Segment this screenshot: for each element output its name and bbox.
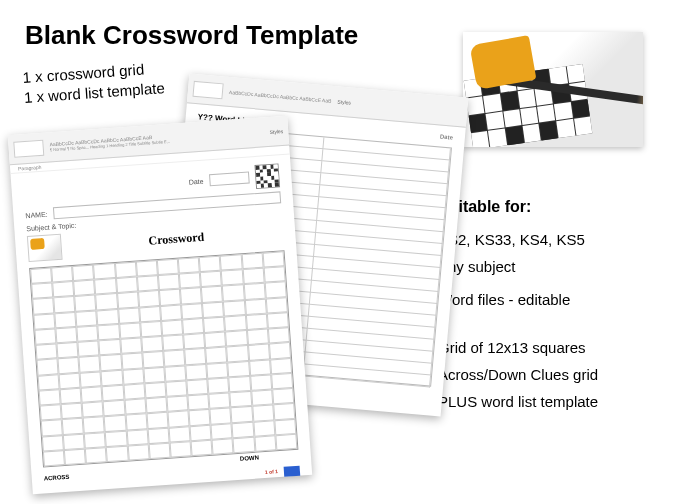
ribbon-group-label: Styles <box>337 98 351 105</box>
hero-photo <box>463 32 643 147</box>
document-previews: AaBbCcDc AaBbCcDc AaBbCc AaBbCcE AaB Sty… <box>10 95 450 495</box>
ribbon-group-label: Styles <box>269 127 283 134</box>
crossword-grid <box>29 250 298 467</box>
footer-logo-icon <box>284 466 301 477</box>
crossword-heading: Crossword <box>69 224 284 254</box>
name-label: NAME: <box>25 210 48 219</box>
sidebar-subject: Any subject <box>438 255 643 278</box>
ribbon-box <box>13 139 44 157</box>
sidebar-clues-desc: Across/Down Clues grid <box>438 363 643 386</box>
sidebar-grid-desc: Grid of 12x13 squares <box>438 336 643 359</box>
sidebar-keystages: KS2, KS33, KS4, KS5 <box>438 228 643 251</box>
sidebar-info: Suitable for: KS2, KS33, KS4, KS5 Any su… <box>438 195 643 417</box>
crossword-document: AaBbCcDc AaBbCcDc AaBbCc AaBbCcE AaB ¶ N… <box>8 116 312 495</box>
date-field <box>209 171 250 186</box>
page-title: Blank Crossword Template <box>25 20 358 51</box>
sidebar-wordlist-desc: PLUS word list template <box>438 390 643 413</box>
sidebar-files: Word files - editable <box>438 288 643 311</box>
wordlist-date-label: Date <box>440 133 453 140</box>
page-number: 1 of 1 <box>265 468 278 475</box>
sidebar-title: Suitable for: <box>438 195 643 220</box>
crossword-thumb-icon <box>27 234 63 262</box>
ribbon-styles: AaBbCcDc AaBbCcDc AaBbCc AaBbCcE AaB <box>229 88 332 103</box>
subject-label: Subject & Topic: <box>26 222 76 232</box>
date-label: Date <box>188 177 203 185</box>
qr-icon <box>254 163 280 189</box>
ribbon-box <box>192 80 223 99</box>
